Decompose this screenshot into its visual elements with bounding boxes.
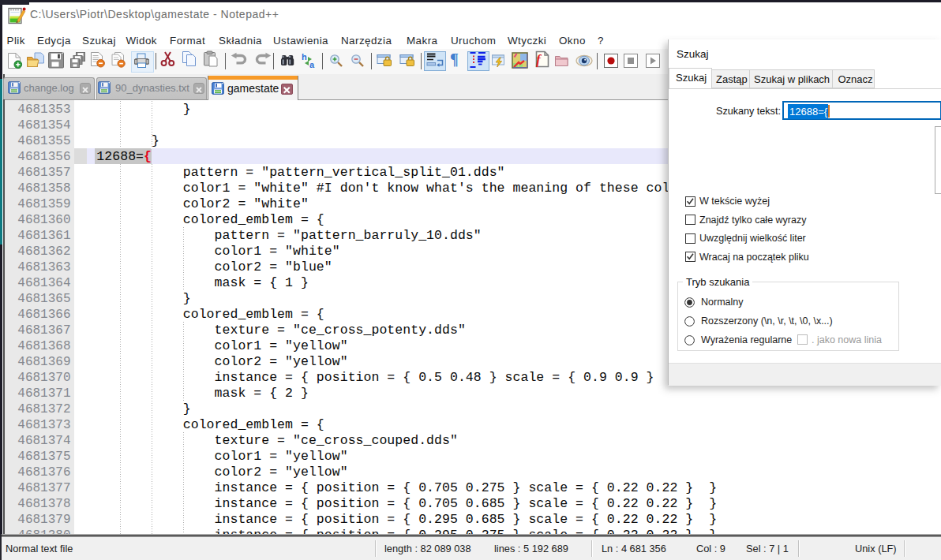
svg-text:h: h — [302, 52, 307, 62]
svg-text:a: a — [309, 60, 315, 69]
